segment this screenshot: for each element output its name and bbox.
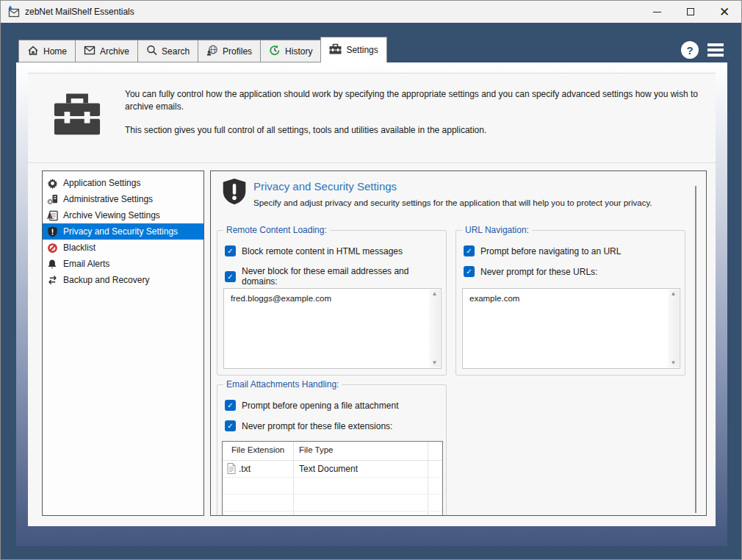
question-mark-icon: ? bbox=[686, 44, 693, 57]
tab-label: Home bbox=[43, 46, 67, 57]
panel-scrollbar[interactable] bbox=[695, 186, 696, 513]
profiles-globe-icon bbox=[206, 45, 218, 58]
tab-archive[interactable]: Archive bbox=[76, 40, 138, 62]
maximize-button[interactable] bbox=[674, 1, 707, 23]
checkbox-checked-icon[interactable]: ✓ bbox=[464, 245, 475, 256]
sidebar-item-label: Archive Viewing Settings bbox=[63, 210, 160, 220]
sidebar-item-label: Privacy and Security Settings bbox=[63, 226, 178, 237]
scroll-up-icon[interactable]: ▲ bbox=[432, 291, 438, 297]
sidebar-item-label: Blacklist bbox=[63, 243, 96, 253]
sidebar-item-label: Administrative Settings bbox=[63, 194, 153, 204]
sidebar-item-archive-viewing-settings[interactable]: A Archive Viewing Settings bbox=[43, 207, 203, 223]
sidebar-item-administrative-settings[interactable]: Administrative Settings bbox=[43, 191, 203, 207]
shield-large-icon bbox=[221, 177, 248, 209]
cell-file-type: Text Document bbox=[299, 464, 358, 474]
sidebar-item-label: Application Settings bbox=[63, 178, 140, 188]
column-header-file-type[interactable]: File Type bbox=[299, 445, 333, 454]
header-paragraph-1: You can fully control how the applicatio… bbox=[125, 88, 713, 114]
app-logo-icon bbox=[7, 6, 21, 21]
app-window: zebNet MailShelf Essentials ✕ Home Archi… bbox=[0, 0, 742, 560]
checkbox-checked-icon[interactable]: ✓ bbox=[225, 400, 236, 411]
sidebar-item-application-settings[interactable]: Application Settings bbox=[43, 175, 203, 191]
checkbox-never-prompt-urls[interactable]: ✓ Never prompt for these URLs: bbox=[464, 266, 597, 277]
checkbox-never-prompt-extensions[interactable]: ✓ Never prompt for these file extensions… bbox=[225, 420, 392, 431]
checkbox-checked-icon[interactable]: ✓ bbox=[225, 245, 236, 256]
allowed-urls-list[interactable]: example.com ▲ ▼ bbox=[462, 288, 680, 369]
sidebar-item-label: Email Alerts bbox=[63, 259, 109, 269]
blacklist-icon bbox=[46, 242, 58, 254]
page-header: You can fully control how the applicatio… bbox=[28, 73, 716, 163]
sidebar-item-label: Backup and Recovery bbox=[63, 275, 149, 285]
sidebar-item-backup-and-recovery[interactable]: Backup and Recovery bbox=[43, 272, 203, 288]
tab-settings[interactable]: Settings bbox=[320, 37, 386, 62]
list-item[interactable]: example.com bbox=[469, 294, 519, 303]
group-email-attachments-handling: Email Attachments Handling: ✓ Prompt bef… bbox=[217, 384, 447, 516]
list-scrollbar[interactable]: ▲ ▼ bbox=[668, 290, 679, 367]
tab-search[interactable]: Search bbox=[138, 40, 198, 62]
checkbox-label: Never block for these email addresses an… bbox=[242, 266, 446, 287]
archive-viewing-icon: A bbox=[46, 209, 58, 221]
privacy-settings-panel: Privacy and Security Settings Specify an… bbox=[210, 170, 707, 516]
svg-text:A: A bbox=[47, 212, 53, 220]
panel-title: Privacy and Security Settings bbox=[253, 180, 397, 193]
checkbox-prompt-before-navigating[interactable]: ✓ Prompt before navigating to an URL bbox=[464, 245, 621, 256]
checkbox-checked-icon[interactable]: ✓ bbox=[225, 420, 236, 431]
window-title: zebNet MailShelf Essentials bbox=[25, 7, 134, 17]
history-icon bbox=[269, 45, 281, 58]
checkbox-label: Never prompt for these URLs: bbox=[480, 267, 597, 277]
content-card: You can fully control how the applicatio… bbox=[16, 62, 727, 546]
toolbox-icon bbox=[329, 43, 342, 57]
minimize-button[interactable] bbox=[640, 1, 674, 23]
backup-arrows-icon bbox=[46, 274, 58, 286]
table-empty-row[interactable] bbox=[223, 478, 442, 495]
hamburger-menu-button[interactable] bbox=[707, 43, 724, 57]
table-header-row: File Extension File Type bbox=[223, 442, 442, 461]
group-url-navigation: URL Navigation: ✓ Prompt before navigati… bbox=[455, 230, 685, 376]
checkbox-block-remote-content[interactable]: ✓ Block remote content in HTML messages bbox=[225, 245, 403, 256]
list-scrollbar[interactable]: ▲ ▼ bbox=[429, 290, 440, 367]
file-extensions-table[interactable]: File Extension File Type .txt Text Docum… bbox=[222, 441, 443, 516]
main-tab-bar: Home Archive Search Profiles History bbox=[18, 37, 387, 62]
admin-gear-icon bbox=[46, 193, 58, 205]
header-paragraph-2: This section gives you full control of a… bbox=[125, 124, 713, 137]
checkbox-checked-icon[interactable]: ✓ bbox=[225, 271, 236, 282]
table-empty-row[interactable] bbox=[223, 511, 442, 516]
bell-icon bbox=[46, 258, 58, 270]
checkbox-label: Prompt before opening a file attachment bbox=[242, 401, 398, 411]
file-icon bbox=[227, 463, 236, 476]
sidebar-item-privacy-and-security[interactable]: Privacy and Security Settings bbox=[43, 223, 203, 240]
table-row[interactable]: .txt Text Document bbox=[223, 461, 442, 478]
tab-history[interactable]: History bbox=[261, 40, 321, 62]
checkbox-label: Never prompt for these file extensions: bbox=[242, 421, 392, 431]
toolbox-large-icon bbox=[53, 91, 101, 139]
checkbox-never-block-addresses[interactable]: ✓ Never block for these email addresses … bbox=[225, 266, 446, 287]
shield-alert-icon bbox=[46, 226, 58, 237]
list-item[interactable]: fred.bloggs@example.com bbox=[231, 294, 331, 303]
close-button[interactable]: ✕ bbox=[707, 1, 741, 23]
envelope-icon bbox=[84, 46, 96, 57]
sidebar-item-email-alerts[interactable]: Email Alerts bbox=[43, 256, 203, 272]
allowed-addresses-list[interactable]: fred.bloggs@example.com ▲ ▼ bbox=[223, 288, 442, 369]
tab-label: History bbox=[285, 46, 312, 57]
table-empty-row[interactable] bbox=[223, 495, 442, 511]
gear-icon bbox=[46, 177, 58, 189]
help-button[interactable]: ? bbox=[681, 41, 699, 59]
group-label: URL Navigation: bbox=[462, 225, 532, 235]
title-bar: zebNet MailShelf Essentials ✕ bbox=[1, 1, 741, 23]
column-header-file-extension[interactable]: File Extension bbox=[231, 445, 284, 454]
scroll-down-icon[interactable]: ▼ bbox=[671, 360, 677, 366]
scroll-up-icon[interactable]: ▲ bbox=[671, 291, 677, 297]
checkbox-prompt-before-opening-attachment[interactable]: ✓ Prompt before opening a file attachmen… bbox=[225, 400, 398, 411]
panel-subtitle: Specify and adjust privacy and security … bbox=[253, 198, 652, 207]
search-icon bbox=[146, 45, 157, 58]
settings-page: You can fully control how the applicatio… bbox=[28, 73, 716, 526]
group-remote-content-loading: Remote Content Loading: ✓ Block remote c… bbox=[217, 230, 447, 376]
scroll-down-icon[interactable]: ▼ bbox=[432, 360, 438, 366]
tab-label: Profiles bbox=[223, 46, 252, 57]
tab-label: Settings bbox=[346, 45, 378, 55]
sidebar-item-blacklist[interactable]: Blacklist bbox=[43, 240, 203, 256]
tab-home[interactable]: Home bbox=[18, 40, 76, 62]
checkbox-checked-icon[interactable]: ✓ bbox=[464, 266, 475, 277]
tab-profiles[interactable]: Profiles bbox=[198, 40, 261, 62]
group-label: Remote Content Loading: bbox=[223, 225, 330, 235]
